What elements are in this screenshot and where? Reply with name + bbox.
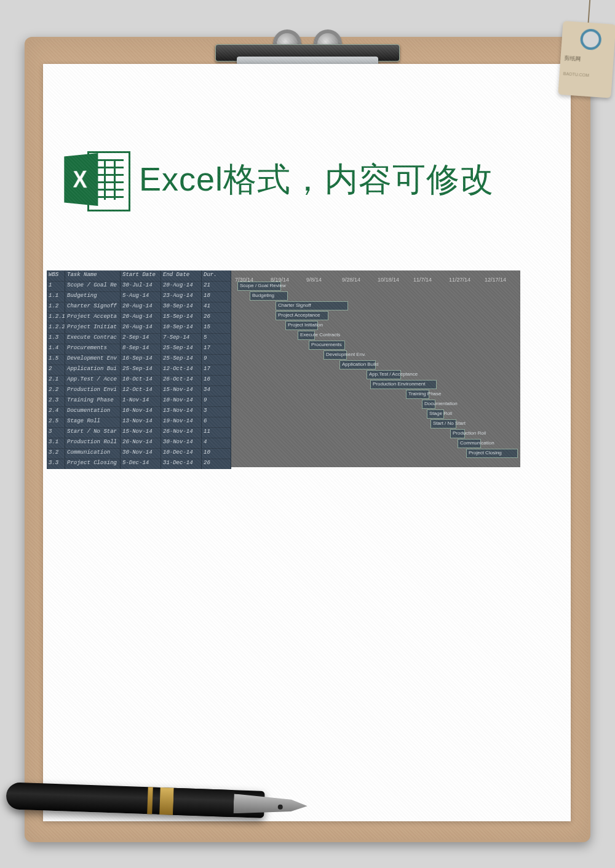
table-row: 3.2Communication30-Nov-1410-Dec-1410: [47, 448, 231, 459]
table-row: 1.2.1Project Accepta20-Aug-1415-Sep-1426: [47, 312, 231, 323]
table-row: 2.1App.Test / Acce10-Oct-1426-Oct-1416: [47, 375, 231, 385]
timeline-tick: 10/18/14: [378, 277, 399, 283]
gantt-bar: Production Roll: [450, 429, 465, 438]
gantt-bar: Documentation: [422, 400, 435, 409]
excel-icon: X: [62, 149, 129, 210]
timeline-tick: 12/17/14: [485, 277, 506, 283]
timeline-tick: 9/28/14: [342, 277, 360, 283]
gantt-bar: Application Build: [339, 360, 376, 369]
col-duration: Dur.: [202, 270, 231, 281]
timeline-tick: 11/27/14: [449, 277, 470, 283]
gantt-bar: Training Phase: [406, 390, 429, 399]
col-start-date: Start Date: [121, 270, 161, 281]
table-row: 1Scope / Goal Re30-Jul-1420-Aug-1421: [47, 281, 231, 291]
page-title: Excel格式，内容可修改: [139, 157, 494, 202]
table-row: 1.4Procurements8-Sep-1425-Sep-1417: [47, 344, 231, 354]
table-row: 3.3Project Closing5-Dec-1431-Dec-1426: [47, 459, 231, 469]
hang-tag: 剪纸网 BAOTU.COM: [558, 0, 615, 101]
table-row: 1.5Development Env16-Sep-1425-Sep-149: [47, 354, 231, 365]
table-row: 2Application Bui25-Sep-1412-Oct-1417: [47, 365, 231, 375]
gantt-bar: Project Acceptance: [276, 311, 328, 320]
col-task-name: Task Name: [65, 270, 121, 281]
gantt-bar: Stage Roll: [427, 409, 444, 419]
gantt-bar: Charter Signoff: [276, 301, 348, 310]
table-row: 1.2Charter Signoff20-Aug-1430-Sep-1441: [47, 302, 231, 312]
task-rows: 1Scope / Goal Re30-Jul-1420-Aug-14211.1B…: [47, 281, 231, 469]
table-row: 1.3Execute Contrac2-Sep-147-Sep-145: [47, 333, 231, 344]
gantt-bar: Start / No Start: [430, 419, 456, 428]
col-end-date: End Date: [161, 270, 202, 281]
gantt-bar: Project Initiation: [285, 321, 318, 330]
gantt-bar: Communication: [458, 439, 481, 448]
table-row: 1.1Budgeting5-Aug-1423-Aug-1418: [47, 291, 231, 302]
table-row: 2.4Documentation10-Nov-1413-Nov-143: [47, 406, 231, 417]
gantt-bar: Execute Contracts: [298, 331, 315, 340]
gantt-bar: Production Environment: [370, 380, 437, 389]
table-row: 1.2.2Project Initiat26-Aug-1410-Sep-1415: [47, 323, 231, 333]
paper: X Excel格式，内容可修改 WBS Task Name Start Date…: [43, 64, 571, 821]
gantt-chart: WBS Task Name Start Date End Date Dur. 7…: [47, 270, 520, 467]
timeline-tick: 11/7/14: [413, 277, 432, 283]
gantt-bar: App.Test / Acceptance: [367, 370, 401, 379]
clipboard: X Excel格式，内容可修改 WBS Task Name Start Date…: [25, 37, 590, 842]
table-row: 2.3Training Phase1-Nov-1410-Nov-149: [47, 396, 231, 406]
gantt-bars: Scope / Goal ReviewBudgetingCharter Sign…: [231, 291, 520, 467]
table-row: 2.5Stage Roll13-Nov-1419-Nov-146: [47, 417, 231, 427]
tag-text-top: 剪纸网: [564, 54, 581, 63]
gantt-bar: Development Env.: [323, 350, 347, 360]
gantt-bar: Procurements: [309, 341, 345, 350]
gantt-bar: Scope / Goal Review: [237, 282, 281, 291]
table-row: 3.1Production Roll26-Nov-1430-Nov-144: [47, 438, 231, 448]
gantt-bar: Project Closing: [466, 449, 518, 458]
table-row: 3Start / No Star15-Nov-1426-Nov-1411: [47, 427, 231, 438]
table-row: 2.2Production Envi12-Oct-1415-Nov-1434: [47, 385, 231, 396]
gantt-bar: Budgeting: [250, 291, 288, 301]
table-header: WBS Task Name Start Date End Date Dur.: [47, 270, 231, 281]
timeline-tick: 9/8/14: [306, 277, 322, 283]
col-wbs: WBS: [47, 270, 65, 281]
